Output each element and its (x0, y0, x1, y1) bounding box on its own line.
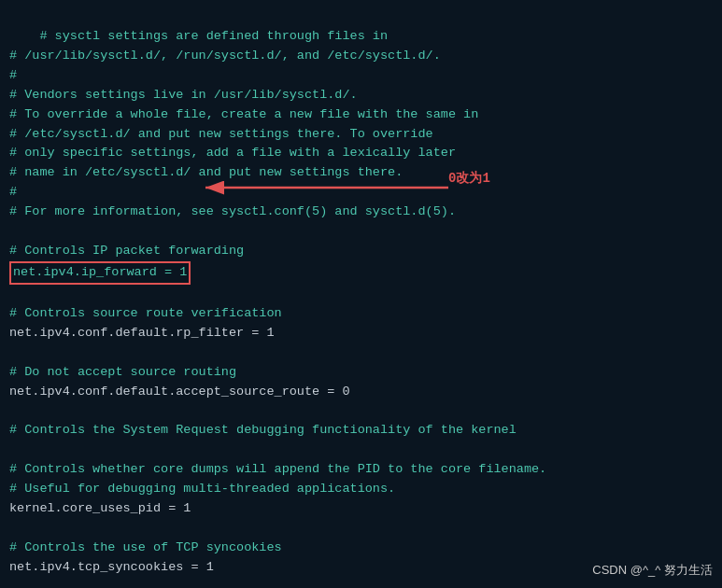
line-1: # sysctl settings are defined through fi… (39, 29, 388, 43)
line-7: # only specific settings, add a file wit… (9, 146, 456, 160)
line-15: net.ipv4.conf.default.accept_source_rout… (9, 385, 350, 399)
annotation-arrow (201, 176, 462, 204)
terminal: # sysctl settings are defined through fi… (0, 0, 722, 588)
line-18: # Useful for debugging multi-threaded ap… (9, 482, 395, 496)
line-13: net.ipv4.conf.default.rp_filter = 1 (9, 326, 275, 340)
line-9: # (9, 185, 17, 199)
highlighted-line: net.ipv4.ip_forward = 1 (9, 261, 191, 285)
line-19: kernel.core_uses_pid = 1 (9, 501, 191, 515)
line-4: # Vendors settings live in /usr/lib/sysc… (9, 88, 358, 102)
watermark: CSDN @^_^ 努力生活 (592, 562, 713, 579)
line-10: # For more information, see sysctl.conf(… (9, 204, 456, 218)
line-2: # /usr/lib/sysctl.d/, /run/sysctl.d/, an… (9, 49, 441, 63)
line-21: net.ipv4.tcp_syncookies = 1 (9, 560, 214, 574)
line-6: # /etc/sysctl.d/ and put new settings th… (9, 127, 433, 141)
code-content: # sysctl settings are defined through fi… (9, 7, 713, 588)
line-11: # Controls IP packet forwarding (9, 244, 244, 258)
line-16: # Controls the System Request debugging … (9, 423, 517, 437)
line-3: # (9, 68, 17, 82)
line-17: # Controls whether core dumps will appen… (9, 462, 546, 476)
line-12: # Controls source route verification (9, 306, 282, 320)
annotation-label: 0改为1 (448, 170, 490, 187)
line-20: # Controls the use of TCP syncookies (9, 540, 282, 554)
line-14: # Do not accept source routing (9, 365, 236, 379)
line-5: # To override a whole file, create a new… (9, 107, 478, 121)
